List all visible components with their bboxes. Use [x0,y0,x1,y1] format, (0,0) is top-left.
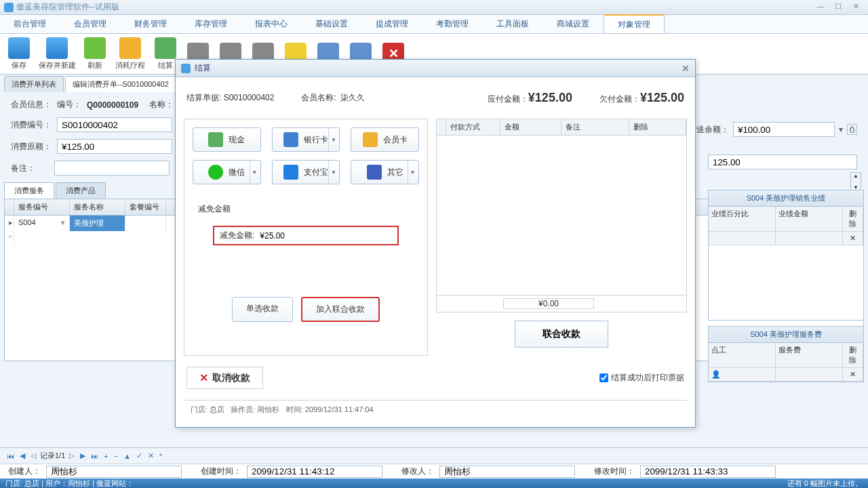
payment-box: 现金 银行卡▼ 会员卡 微信▼ 支付宝▼ 其它▼ 减免金额 减免金额: [184,119,428,356]
member-no-label: 编号： [57,99,81,110]
right-amount-input[interactable] [708,155,857,169]
status-right: 还有 0 幅图片未上传。 [787,479,863,489]
nav-prev[interactable]: ◀ [18,451,26,460]
cell-code[interactable]: S004 ▾ [14,216,70,231]
other-icon [367,165,382,180]
pay-member-card[interactable]: 会员卡 [351,127,419,152]
fee-panel-title: S004 美颈护理服务费 [709,327,863,343]
menu-object[interactable]: 对象管理 [604,14,665,33]
tab-list[interactable]: 消费开单列表 [4,76,64,92]
remark-input[interactable] [54,161,170,176]
save-icon [8,37,30,59]
dialog-icon [181,64,191,73]
col-service-code[interactable]: 服务编号 [14,199,70,215]
dlg-billno: S0010000402 [224,93,275,102]
add-combined-button[interactable]: 加入联合收款 [301,297,380,322]
menu-finance[interactable]: 财务管理 [121,15,181,33]
menu-report[interactable]: 报表中心 [241,15,302,33]
dialog-close[interactable]: ✕ [682,63,690,74]
gift-input[interactable] [733,122,835,137]
creator-input[interactable] [46,466,182,478]
member-info-label: 会员信息： [11,99,52,110]
cell-name[interactable]: 美颈护理 [70,216,125,231]
refresh-icon [84,37,106,59]
nav-next2[interactable]: ▷ [68,451,76,460]
nav-last[interactable]: ⏭ [90,452,100,460]
col-package[interactable]: 套餐编号 [125,199,166,215]
gift-dd-icon[interactable]: ▾ [839,125,843,134]
titlebar: 傲蓝美容院管理软件--试用版 — ☐ ✕ [0,0,868,15]
bank-dd[interactable]: ▼ [328,128,338,151]
consume-icon [119,37,141,59]
member-no: Q0000000109 [87,100,138,110]
origamt-input[interactable] [57,139,172,154]
menu-commission[interactable]: 提成管理 [362,15,422,33]
settle-icon [155,37,176,59]
fee-worker-icon[interactable]: 👤 [709,368,776,381]
nav-del[interactable]: − [113,452,119,460]
cash-icon [208,132,223,147]
col-service-name[interactable]: 服务名称 [70,199,125,215]
print-receipt-checkbox[interactable]: 结算成功后打印票据 [599,372,684,384]
app-title: 傲蓝美容院管理软件--试用版 [16,1,812,13]
modifier-input[interactable] [439,466,575,478]
subtab-product[interactable]: 消费产品 [56,182,106,199]
sales-delete[interactable]: ✕ [843,232,863,245]
cell-package[interactable] [125,216,166,231]
pay-bank[interactable]: 银行卡▼ [272,127,340,152]
cancel-icon: ✕ [199,371,208,384]
member-name-label: 名称： [149,99,174,110]
wechat-dd[interactable]: ▼ [250,161,259,184]
toolbar-refresh[interactable]: 刷新 [79,35,111,73]
menu-mall[interactable]: 商城设置 [543,15,604,33]
toolbar-savenew[interactable]: 保存并新建 [35,35,79,73]
nav-next[interactable]: ▶ [79,451,87,460]
menu-attendance[interactable]: 考勤管理 [422,15,483,33]
reduce-field: 减免金额: [213,226,399,245]
nav-add[interactable]: + [102,452,109,460]
menu-tools[interactable]: 工具面板 [483,15,543,33]
cancel-pay-button[interactable]: ✕ 取消收款 [186,367,263,389]
menu-stock[interactable]: 库存管理 [181,15,241,33]
nav-cancel[interactable]: ✕ [146,451,155,460]
record-navigator: ⏮ ◀ ◁ 记录1/1 ▷ ▶ ⏭ + − ▲ ✓ ✕ * [0,447,868,464]
fee-panel: S004 美颈护理服务费 点工 服务费 删除 👤✕ [708,326,864,382]
pay-wechat[interactable]: 微信▼ [193,160,261,184]
billno-label: 消费编号： [11,119,52,131]
menu-front[interactable]: 前台管理 [0,15,60,33]
minimize-button[interactable]: — [812,2,829,13]
close-button[interactable]: ✕ [848,2,864,13]
tab-edit[interactable]: 编辑消费开单--S0010000402 [65,76,176,92]
billno-input[interactable] [57,117,172,132]
nav-first[interactable]: ⏮ [5,452,16,460]
toolbar-consume[interactable]: 消耗疗程 [111,35,149,73]
membercard-icon [363,132,378,147]
combined-pay-button[interactable]: 联合收款 [515,321,608,348]
footer-form: 创建人： 创建时间： 修改人： 修改时间： [0,464,868,479]
pay-alipay[interactable]: 支付宝▼ [272,160,340,184]
reduce-input[interactable] [260,231,392,241]
pay-cash[interactable]: 现金 [193,127,261,152]
paylist: 付款方式 金额 备注 删除 ¥0.00 [436,119,687,312]
nav-edit[interactable]: ▲ [122,452,132,460]
nav-ok[interactable]: ✓ [135,451,144,460]
reduce-section-label: 减免金额 [193,198,419,220]
pay-other[interactable]: 其它▼ [351,160,419,184]
bank-icon [283,132,298,147]
spinner-up[interactable]: ▲ [851,173,861,184]
fee-delete[interactable]: ✕ [843,368,863,381]
other-dd[interactable]: ▼ [408,161,417,184]
nav-more[interactable]: * [158,452,163,460]
menu-member[interactable]: 会员管理 [60,15,121,33]
maximize-button[interactable]: ☐ [830,2,846,13]
subtab-service[interactable]: 消费服务 [4,182,54,199]
ctime-input[interactable] [247,466,382,478]
nav-prev2[interactable]: ◁ [29,451,37,460]
single-pay-button[interactable]: 单选收款 [232,297,293,322]
alipay-dd[interactable]: ▼ [328,161,338,184]
gift-extra-icon[interactable]: ⎙ [847,124,857,135]
toolbar-save[interactable]: 保存 [3,35,35,73]
menu-basic[interactable]: 基础设置 [302,15,362,33]
nav-record: 记录1/1 [40,451,65,461]
mtime-input[interactable] [640,466,776,478]
